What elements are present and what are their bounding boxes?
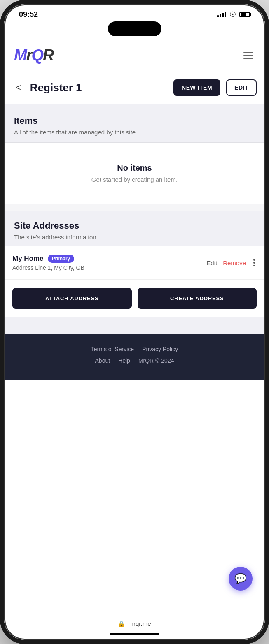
bottom-url: mrqr.me [128,620,151,627]
dot [253,259,255,261]
status-icons: ☉ [217,10,250,19]
addresses-title: Site Addresses [14,220,255,231]
primary-badge: Primary [48,255,75,263]
create-address-button[interactable]: CREATE ADDRESS [138,288,257,309]
battery-icon [239,12,250,17]
footer-terms-link[interactable]: Terms of Service [91,346,134,352]
addresses-header: Site Addresses The site's address inform… [4,211,265,246]
lock-icon: 🔒 [118,621,125,627]
bottom-bar: 🔒 mrqr.me [4,607,265,640]
addresses-section: Site Addresses The site's address inform… [4,211,265,317]
action-buttons: ATTACH ADDRESS CREATE ADDRESS [4,280,265,317]
content-area: Items All of the items that are managed … [4,104,265,380]
wifi-icon: ☉ [229,10,236,19]
phone-frame: 09:52 ☉ MrQR < Register 1 NEW [0,0,269,644]
edit-button[interactable]: EDIT [226,79,257,96]
dot [253,262,255,264]
signal-bars-icon [217,12,226,17]
status-bar: 09:52 ☉ [4,4,265,19]
footer-help-link[interactable]: Help [118,357,130,364]
address-item: My Home Primary Address Line 1, My City,… [4,246,265,280]
address-name-row: My Home Primary [12,255,206,263]
address-left: My Home Primary Address Line 1, My City,… [12,255,206,271]
hamburger-line [243,55,253,56]
navbar: MrQR [4,40,265,71]
home-indicator [110,633,159,635]
footer-links-row1: Terms of Service Privacy Policy [12,346,257,352]
footer-copyright: MrQR © 2024 [138,357,174,364]
chat-icon: 💬 [234,573,247,584]
address-line: Address Line 1, My City, GB [12,264,206,271]
addresses-subtitle: The site's address information. [14,234,255,241]
page-header: < Register 1 NEW ITEM EDIT [4,71,265,104]
hamburger-line [243,58,253,59]
dot [253,265,255,266]
items-title: Items [14,116,255,126]
attach-address-button[interactable]: ATTACH ADDRESS [12,288,132,309]
address-remove-button[interactable]: Remove [223,259,246,266]
items-section-header: Items All of the items that are managed … [4,104,265,142]
new-item-button[interactable]: NEW ITEM [173,79,220,96]
address-edit-button[interactable]: Edit [206,259,217,266]
address-actions: Edit Remove [206,257,257,268]
footer: Terms of Service Privacy Policy About He… [4,334,265,380]
footer-privacy-link[interactable]: Privacy Policy [142,346,178,352]
footer-about-link[interactable]: About [95,357,110,364]
chat-bubble-button[interactable]: 💬 [229,567,253,591]
address-dots-menu[interactable] [252,257,257,268]
hamburger-menu[interactable] [242,51,255,60]
empty-state: No items Get started by creating an item… [4,142,265,204]
empty-subtitle: Get started by creating an item. [12,176,257,183]
back-button[interactable]: < [12,81,24,95]
footer-links-row2: About Help MrQR © 2024 [12,357,257,364]
dynamic-island [108,21,161,36]
page-title: Register 1 [30,81,168,94]
spacer [4,317,265,334]
hamburger-line [243,52,253,53]
items-subtitle: All of the items that are managed by thi… [14,129,255,136]
status-time: 09:52 [19,10,38,19]
app-logo: MrQR [14,46,53,64]
empty-title: No items [12,163,257,173]
address-name: My Home [12,255,44,263]
